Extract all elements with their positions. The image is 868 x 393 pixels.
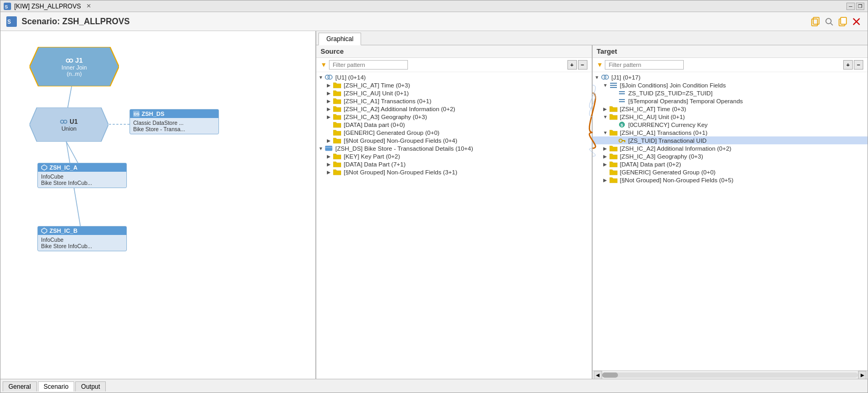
tree-arrow[interactable]: ▼ bbox=[595, 75, 601, 80]
right-panel: Graphical Source ▼ + − bbox=[316, 31, 867, 379]
tree-arrow[interactable]: ▶ bbox=[603, 106, 610, 112]
tree-arrow[interactable]: ▶ bbox=[603, 154, 610, 159]
j1-sub1: Inner Join bbox=[62, 64, 87, 71]
tree-icon-zsh_ic_au_unit_t bbox=[610, 113, 619, 120]
source-filter-input[interactable] bbox=[329, 60, 408, 70]
tree-arrow[interactable]: ▶ bbox=[327, 99, 333, 104]
tree-arrow[interactable]: ▼ bbox=[318, 75, 325, 80]
zsh-ic-b-line1: InfoCube bbox=[41, 237, 123, 243]
tree-item-data_part0[interactable]: [DATA] Data part (0+0) bbox=[316, 121, 592, 129]
target-filter-icon: ▼ bbox=[597, 61, 603, 68]
tree-item-zsh_ic_a1_trans[interactable]: ▶ [ZSH_IC_A1] Transactions (0+1) bbox=[316, 97, 592, 105]
tree-arrow[interactable]: ▶ bbox=[327, 83, 333, 88]
tree-item-zsh_ic_at_time[interactable]: ▶ [ZSH_IC_AT] Time (0+3) bbox=[316, 81, 592, 89]
zsh-ic-b-line2: Bike Store InfoCub... bbox=[41, 243, 123, 249]
tab-graphical[interactable]: Graphical bbox=[318, 33, 361, 45]
close-header-button[interactable] bbox=[851, 16, 862, 27]
tree-icon-currency_key: $ bbox=[618, 121, 627, 128]
tree-item-u1_root[interactable]: ▼ [U1] (0+14) bbox=[316, 73, 592, 81]
tree-item-zsh_ic_au_unit[interactable]: ▶ [ZSH_IC_AU] Unit (0+1) bbox=[316, 89, 592, 97]
title-bar-close[interactable]: ✕ bbox=[86, 3, 91, 9]
tree-item-zsh_ic_a2_add[interactable]: ▶ [ZSH_IC_A2] Additional Information (0+… bbox=[316, 105, 592, 113]
tree-item-zs_tuid_trans[interactable]: [ZS_TUID] Transactional UID bbox=[593, 136, 868, 144]
tree-item-zsh_ic_a1_trans_t[interactable]: ▼ [ZSH_IC_A1] Transactions (0+1) bbox=[593, 129, 868, 136]
tree-item-snot_grouped_t[interactable]: ▶ [§Not Grouped] Non-Grouped Fields (0+5… bbox=[593, 176, 868, 184]
tree-item-key_part[interactable]: ▶ [KEY] Key Part (0+2) bbox=[316, 152, 592, 160]
hscroll-thumb[interactable] bbox=[602, 372, 618, 378]
tree-arrow[interactable]: ▶ bbox=[603, 178, 610, 183]
tree-item-zs_tuid_cond[interactable]: ZS_TUID [ZS_TUID=ZS_TUID] bbox=[593, 89, 868, 97]
tree-item-generic_gen_t[interactable]: [GENERIC] Generated Group (0+0) bbox=[593, 168, 868, 176]
target-collapse-all-button[interactable]: − bbox=[854, 60, 863, 70]
svg-marker-25 bbox=[42, 228, 47, 233]
tree-arrow[interactable]: ▶ bbox=[327, 91, 333, 96]
tree-label-currency_key: [0CURRENCY] Currency Key bbox=[628, 122, 708, 128]
tree-arrow[interactable]: ▶ bbox=[327, 106, 333, 112]
node-zsh-ic-b[interactable]: ZSH_IC_B InfoCube Bike Store InfoCub... bbox=[37, 226, 127, 251]
tree-item-snot_grouped[interactable]: ▶ [§Not Grouped] Non-Grouped Fields (0+4… bbox=[316, 136, 592, 144]
node-zsh-ic-a[interactable]: ZSH_IC_A InfoCube Bike Store InfoCub... bbox=[37, 163, 127, 188]
tree-item-zsh_ic_a3_geo[interactable]: ▶ [ZSH_IC_A3] Geography (0+3) bbox=[316, 113, 592, 121]
svg-rect-43 bbox=[624, 141, 625, 142]
minimize-button[interactable]: ─ bbox=[846, 3, 855, 10]
tree-arrow[interactable]: ▼ bbox=[603, 83, 610, 88]
tree-label-zsh_ic_at_time_t: [ZSH_IC_AT] Time (0+3) bbox=[620, 106, 686, 112]
tree-arrow[interactable]: ▶ bbox=[603, 162, 610, 167]
source-collapse-all-button[interactable]: − bbox=[578, 60, 587, 70]
tree-item-zsh_ic_a2_add_t[interactable]: ▶ [ZSH_IC_A2] Additional Information (0+… bbox=[593, 144, 868, 152]
tree-arrow[interactable]: ▶ bbox=[603, 146, 610, 151]
tree-item-temporal_ops[interactable]: [§Temporal Operands] Temporal Operands bbox=[593, 97, 868, 105]
copy-button[interactable] bbox=[810, 16, 821, 27]
restore-button[interactable]: ❐ bbox=[856, 3, 864, 10]
node-u1[interactable]: U1 Union bbox=[29, 107, 108, 142]
target-hscroll[interactable]: ◀ ▶ bbox=[593, 370, 868, 379]
tree-arrow[interactable]: ▼ bbox=[318, 146, 325, 151]
svg-point-21 bbox=[64, 120, 67, 123]
tree-arrow[interactable]: ▶ bbox=[327, 154, 333, 159]
paste-button[interactable] bbox=[837, 16, 849, 27]
title-bar: S [KIW] ZSH_ALLPROVS ✕ ─ ❐ bbox=[1, 1, 867, 12]
tree-item-zsh_ic_a3_geo_t[interactable]: ▶ [ZSH_IC_A3] Geography (0+3) bbox=[593, 152, 868, 160]
node-zsh-ds[interactable]: DS ZSH_DS Classic DataStore ... Bike Sto… bbox=[129, 109, 219, 134]
tree-item-zsh_ic_au_unit_t[interactable]: ▼ [ZSH_IC_AU] Unit (0+1) bbox=[593, 113, 868, 121]
tree-arrow[interactable]: ▼ bbox=[603, 130, 610, 135]
tree-item-zsh_ds_bike[interactable]: ▼ [ZSH_DS] Bike Store - Transactional De… bbox=[316, 144, 592, 152]
tree-label-temporal_ops: [§Temporal Operands] Temporal Operands bbox=[628, 98, 743, 104]
search-button[interactable] bbox=[823, 16, 835, 27]
tree-icon-zsh_ic_au_unit bbox=[333, 90, 343, 96]
tree-label-j1_root: [J1] (0+17) bbox=[612, 74, 641, 81]
source-tree: ▼ [U1] (0+14) ▶ [ZSH_IC_AT] Time (0+3) ▶… bbox=[316, 72, 592, 379]
tab-output[interactable]: Output bbox=[75, 381, 106, 391]
diagram-panel: J1 Inner Join (n..m) U1 Union bbox=[1, 31, 316, 379]
tree-arrow[interactable]: ▶ bbox=[327, 138, 333, 143]
header-title: Scenario: ZSH_ALLPROVS bbox=[22, 17, 810, 26]
tree-icon-zsh_ic_a3_geo bbox=[333, 113, 343, 120]
node-j1[interactable]: J1 Inner Join (n..m) bbox=[29, 47, 119, 86]
tree-label-zsh_ic_au_unit: [ZSH_IC_AU] Unit (0+1) bbox=[344, 90, 409, 96]
tree-item-j1_root[interactable]: ▼ [J1] (0+17) bbox=[593, 73, 868, 81]
tab-scenario[interactable]: Scenario bbox=[38, 381, 74, 391]
j1-sub2: (n..m) bbox=[67, 71, 82, 77]
tree-arrow[interactable]: ▶ bbox=[327, 170, 333, 175]
tree-label-generic_gen: [GENERIC] Generated Group (0+0) bbox=[344, 130, 440, 136]
tree-icon-zs_tuid_cond bbox=[618, 90, 627, 96]
source-expand-all-button[interactable]: + bbox=[567, 60, 577, 70]
source-panel: Source ▼ + − ▼ [U1] (0+14) bbox=[316, 45, 593, 379]
hscroll-left-button[interactable]: ◀ bbox=[594, 371, 602, 379]
hscroll-right-button[interactable]: ▶ bbox=[858, 371, 866, 379]
tree-item-zsh_ic_at_time_t[interactable]: ▶ [ZSH_IC_AT] Time (0+3) bbox=[593, 105, 868, 113]
tree-arrow[interactable]: ▶ bbox=[327, 114, 333, 120]
tab-general[interactable]: General bbox=[3, 381, 37, 391]
tree-item-currency_key[interactable]: $ [0CURRENCY] Currency Key bbox=[593, 121, 868, 129]
target-expand-all-button[interactable]: + bbox=[843, 60, 853, 70]
target-filter-input[interactable] bbox=[605, 60, 684, 70]
zsh-ic-b-label: ZSH_IC_B bbox=[49, 228, 77, 234]
tree-item-join_cond_hdr[interactable]: ▼ [§Join Conditions] Join Condition Fiel… bbox=[593, 81, 868, 89]
tree-item-data_part_t[interactable]: ▶ [DATA] Data part (0+2) bbox=[593, 160, 868, 168]
tree-icon-data_part1 bbox=[333, 161, 343, 168]
tree-item-snot_grouped2[interactable]: ▶ [§Not Grouped] Non-Grouped Fields (3+1… bbox=[316, 168, 592, 176]
tree-arrow[interactable]: ▼ bbox=[603, 114, 610, 120]
tree-item-generic_gen[interactable]: [GENERIC] Generated Group (0+0) bbox=[316, 129, 592, 136]
tree-arrow[interactable]: ▶ bbox=[327, 162, 333, 167]
tree-item-data_part1[interactable]: ▶ [DATA] Data Part (7+1) bbox=[316, 160, 592, 168]
